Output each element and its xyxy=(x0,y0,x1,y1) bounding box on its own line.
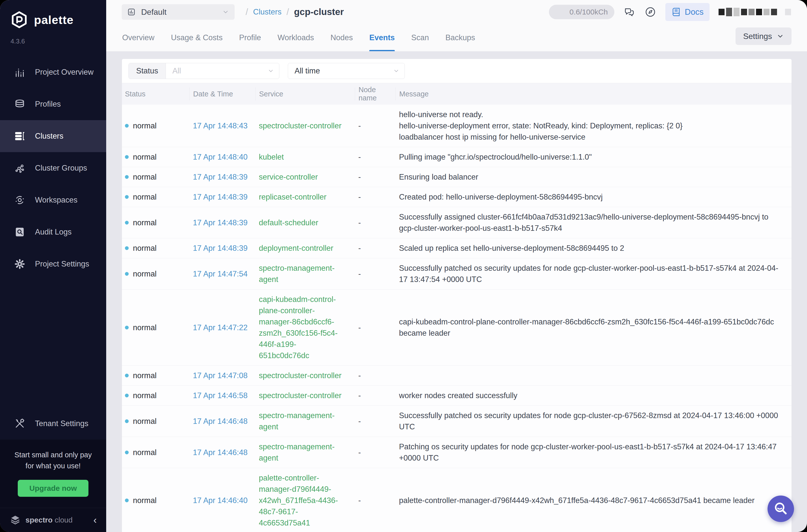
gear-icon xyxy=(14,258,25,270)
date-time-link[interactable]: 17 Apr 14:46:40 xyxy=(189,495,255,506)
sidebar-collapse-button[interactable]: ‹ xyxy=(93,515,97,525)
date-time-link[interactable]: 17 Apr 14:46:48 xyxy=(189,447,255,458)
status-cell: normal xyxy=(125,120,189,131)
sidebar-item-label: Project Overview xyxy=(35,68,93,77)
promo-text: Start small and only pay for what you us… xyxy=(12,450,94,471)
event-message: Created pod: hello-universe-deployment-5… xyxy=(395,191,782,203)
table-row[interactable]: normal 17 Apr 14:46:40 palette-controlle… xyxy=(122,468,791,532)
date-time-link[interactable]: 17 Apr 14:48:39 xyxy=(189,191,255,203)
node-name: - xyxy=(355,447,395,458)
date-time-link[interactable]: 17 Apr 14:48:39 xyxy=(189,217,255,228)
date-time-link[interactable]: 17 Apr 14:47:22 xyxy=(189,322,255,333)
date-time-link[interactable]: 17 Apr 14:48:39 xyxy=(189,243,255,254)
settings-dropdown-button[interactable]: Settings xyxy=(735,27,791,45)
status-dot-icon xyxy=(125,394,129,397)
page-title: gcp-cluster xyxy=(294,7,344,17)
status-filter-label: Status xyxy=(129,63,166,79)
status-text: normal xyxy=(133,447,157,458)
status-cell: normal xyxy=(125,268,189,280)
table-row[interactable]: normal 17 Apr 14:47:22 capi-kubeadm-cont… xyxy=(122,289,791,365)
date-time-link[interactable]: 17 Apr 14:46:48 xyxy=(189,416,255,427)
table-row[interactable]: normal 17 Apr 14:48:39 replicaset-contro… xyxy=(122,187,791,207)
sidebar-item-cluster-groups[interactable]: Cluster Groups xyxy=(0,152,106,184)
project-selector-value: Default xyxy=(141,7,166,17)
status-text: normal xyxy=(133,322,157,333)
date-time-link[interactable]: 17 Apr 14:48:40 xyxy=(189,151,255,163)
docs-button[interactable]: Docs xyxy=(665,3,710,21)
sidebar-item-project-overview[interactable]: Project Overview xyxy=(0,56,106,88)
status-dot-icon xyxy=(125,374,129,377)
status-text: normal xyxy=(133,191,157,203)
breadcrumb-link-clusters[interactable]: Clusters xyxy=(253,7,282,17)
orbit-icon xyxy=(14,194,25,206)
tab-workloads[interactable]: Workloads xyxy=(278,24,314,51)
project-selector[interactable]: Default xyxy=(122,4,234,20)
tab-overview[interactable]: Overview xyxy=(122,24,154,51)
column-header-service: Service xyxy=(255,88,355,100)
app-version: 4.3.6 xyxy=(0,29,106,45)
table-row[interactable]: normal 17 Apr 14:48:39 service-controlle… xyxy=(122,167,791,187)
table-row[interactable]: normal 17 Apr 14:48:43 spectrocluster-co… xyxy=(122,104,791,147)
status-filter[interactable]: Status All xyxy=(128,63,279,79)
status-dot-icon xyxy=(125,195,129,199)
upgrade-now-button[interactable]: Upgrade now xyxy=(18,480,88,497)
tab-backups[interactable]: Backups xyxy=(446,24,475,51)
table-row[interactable]: normal 17 Apr 14:47:08 spectrocluster-co… xyxy=(122,365,791,385)
table-row[interactable]: normal 17 Apr 14:48:39 default-scheduler… xyxy=(122,207,791,238)
event-message: Successfully patched os security updates… xyxy=(395,410,782,432)
service-name: spectrocluster-controller xyxy=(255,390,355,401)
date-time-link[interactable]: 17 Apr 14:48:43 xyxy=(189,120,255,131)
status-cell: normal xyxy=(125,217,189,228)
date-time-link[interactable]: 17 Apr 14:47:54 xyxy=(189,268,255,280)
sidebar-item-tenant-settings[interactable]: Tenant Settings xyxy=(0,407,106,440)
date-time-link[interactable]: 17 Apr 14:46:58 xyxy=(189,390,255,401)
status-text: normal xyxy=(133,370,157,381)
event-message: Successfully patched os security updates… xyxy=(395,263,782,285)
sidebar-item-audit-logs[interactable]: Audit Logs xyxy=(0,216,106,248)
tab-events[interactable]: Events xyxy=(369,24,395,51)
date-time-link[interactable]: 17 Apr 14:47:08 xyxy=(189,370,255,381)
sidebar-nav: Project Overview Profiles xyxy=(0,56,106,280)
service-name: service-controller xyxy=(255,171,355,183)
date-time-link[interactable]: 17 Apr 14:48:39 xyxy=(189,171,255,183)
audit-doc-icon xyxy=(14,226,25,238)
magnifier-smile-icon xyxy=(773,501,789,516)
status-dot-icon xyxy=(125,451,129,454)
service-name: spectro-management-agent xyxy=(255,441,355,463)
sidebar-footer: spectro cloud ‹ xyxy=(0,508,106,532)
table-row[interactable]: normal 17 Apr 14:46:48 spectro-managemen… xyxy=(122,405,791,437)
search-fab-button[interactable] xyxy=(768,496,794,522)
status-cell: normal xyxy=(125,370,189,381)
tab-profile[interactable]: Profile xyxy=(239,24,261,51)
sidebar-item-workspaces[interactable]: Workspaces xyxy=(0,184,106,216)
table-row[interactable]: normal 17 Apr 14:48:39 deployment-contro… xyxy=(122,238,791,258)
tab-scan[interactable]: Scan xyxy=(411,24,429,51)
time-filter[interactable]: All time xyxy=(288,63,405,79)
tab-nodes[interactable]: Nodes xyxy=(331,24,353,51)
sidebar-item-project-settings[interactable]: Project Settings xyxy=(0,248,106,280)
service-name: default-scheduler xyxy=(255,217,355,228)
table-row[interactable]: normal 17 Apr 14:48:40 kubelet - Pulling… xyxy=(122,147,791,167)
node-name: - xyxy=(355,322,395,333)
tab-usage-costs[interactable]: Usage & Costs xyxy=(171,24,223,51)
events-card: Status All All time Status xyxy=(122,59,791,532)
service-name: spectro-management-agent xyxy=(255,410,355,432)
sidebar-item-clusters[interactable]: Clusters xyxy=(0,120,106,152)
content-area: Status All All time Status xyxy=(106,52,807,532)
compass-icon[interactable] xyxy=(644,6,656,18)
sidebar-item-label: Cluster Groups xyxy=(35,164,87,173)
table-row[interactable]: normal 17 Apr 14:46:48 spectro-managemen… xyxy=(122,437,791,468)
breadcrumb-separator: / xyxy=(246,7,248,17)
sidebar-item-profiles[interactable]: Profiles xyxy=(0,88,106,120)
table-row[interactable]: normal 17 Apr 14:47:54 spectro-managemen… xyxy=(122,258,791,289)
status-text: normal xyxy=(133,217,157,228)
chevron-down-icon xyxy=(267,68,274,74)
chat-icon[interactable] xyxy=(623,6,635,18)
tab-bar: Overview Usage & Costs Profile Workloads… xyxy=(106,24,807,52)
status-dot-icon xyxy=(125,221,129,225)
event-message: Pulling image "ghcr.io/spectrocloud/hell… xyxy=(395,151,782,163)
node-name: - xyxy=(355,120,395,131)
column-header-status: Status xyxy=(125,88,189,100)
table-row[interactable]: normal 17 Apr 14:46:58 spectrocluster-co… xyxy=(122,385,791,405)
service-name: spectrocluster-controller xyxy=(255,370,355,381)
